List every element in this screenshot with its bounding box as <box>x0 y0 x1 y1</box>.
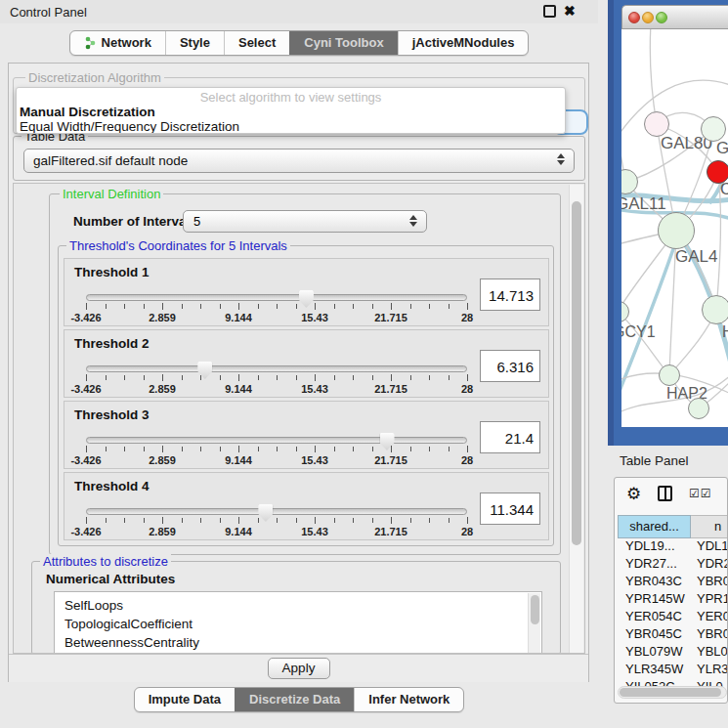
settings-scroll-panel: Interval Definition Number of Intervals … <box>13 183 585 654</box>
network-node-gal4[interactable] <box>658 212 695 249</box>
cell-name: YBR0 <box>691 574 728 591</box>
panel-scrollbar-thumb[interactable] <box>572 201 581 545</box>
tick-mark <box>334 304 335 309</box>
network-node[interactable] <box>688 398 709 419</box>
network-node-label: GAL11 <box>621 194 666 214</box>
threshold-slider: -3.4262.8599.14415.4321.71528 <box>86 294 467 323</box>
cell-name: YBR0 <box>691 626 728 644</box>
minimize-traffic-light-icon[interactable] <box>642 12 654 23</box>
tab-label: jActiveMNodules <box>412 31 515 55</box>
tick-label: 9.144 <box>225 383 252 395</box>
threshold-value-field[interactable]: 21.4 <box>480 421 540 453</box>
tab-select[interactable]: Select <box>224 31 289 55</box>
threshold-label: Threshold 2 <box>74 336 150 351</box>
tick-mark <box>410 375 411 380</box>
cell-shared-name: YPR145W <box>618 591 691 609</box>
panel-scrollbar[interactable] <box>569 185 583 654</box>
close-traffic-light-icon[interactable] <box>628 12 640 23</box>
tick-mark <box>144 304 145 309</box>
algorithm-option[interactable]: Equal Width/Frequency Discretization <box>17 119 565 134</box>
bottom-tab-infer-network[interactable]: Infer Network <box>354 688 463 711</box>
attributes-group: Attributes to discretize Numerical Attri… <box>31 561 561 654</box>
tick-mark <box>315 517 316 524</box>
tick-mark <box>200 304 201 309</box>
algorithm-dropdown-prompt: Select algorithm to view settings <box>17 90 565 105</box>
tick-mark <box>220 447 221 451</box>
slider-track[interactable] <box>86 437 467 444</box>
algorithm-option[interactable]: Manual Discretization <box>17 105 565 119</box>
table-row[interactable]: YBR045CYBR0 <box>618 626 728 644</box>
slider-ticks <box>86 303 467 311</box>
tick-mark <box>296 518 297 523</box>
tab-cyni-toolbox[interactable]: Cyni Toolbox <box>289 31 397 55</box>
network-node-hap2[interactable] <box>659 364 680 386</box>
float-window-icon[interactable] <box>543 5 556 18</box>
bottom-tab-discretize-data[interactable]: Discretize Data <box>235 688 354 711</box>
bottom-tab-impute-data[interactable]: Impute Data <box>135 688 235 711</box>
tick-label: 28 <box>461 526 473 537</box>
tick-mark <box>238 374 239 381</box>
threshold-value-field[interactable]: 11.344 <box>480 492 540 525</box>
tab-style[interactable]: Style <box>165 31 224 55</box>
select-columns-checkboxes-icon[interactable]: ☑☑ <box>689 487 712 500</box>
attribute-item[interactable]: SelfLoops <box>64 596 541 615</box>
table-row[interactable]: YBR043CYBR0 <box>618 574 728 591</box>
cell-shared-name: YBL079W <box>618 644 691 662</box>
apply-button[interactable]: Apply <box>268 658 330 679</box>
attribute-item[interactable]: TopologicalCoefficient <box>64 615 541 633</box>
tick-mark <box>429 304 430 309</box>
network-node-label: C <box>720 180 728 199</box>
numerical-attributes-list[interactable]: SelfLoopsTopologicalCoefficientBetweenne… <box>54 591 542 654</box>
tick-mark <box>467 374 468 381</box>
tick-mark <box>449 447 450 451</box>
columns-icon[interactable] <box>658 486 672 501</box>
table-row[interactable]: YPR145WYPR1 <box>618 591 728 609</box>
column-header-name[interactable]: n <box>691 515 728 538</box>
table-hscrollbar-thumb[interactable] <box>620 688 721 697</box>
table-row[interactable]: YDL19...YDL1 <box>618 538 728 556</box>
tick-mark <box>162 517 163 524</box>
close-icon[interactable]: ✖ <box>564 3 576 19</box>
tick-label: 2.859 <box>149 454 176 466</box>
tick-mark <box>106 518 107 523</box>
table-row[interactable]: YER054CYER0 <box>618 609 728 626</box>
gear-icon[interactable]: ⚙ <box>626 484 641 504</box>
tick-mark <box>391 517 392 524</box>
table-row[interactable]: YBL079WYBL0 <box>618 644 728 662</box>
threshold-value-field[interactable]: 6.316 <box>480 350 540 382</box>
bottom-tab-label: Infer Network <box>368 688 450 711</box>
tick-mark <box>220 304 221 309</box>
table-data-combobox[interactable]: galFiltered.sif default node <box>23 149 575 173</box>
tab-label: Style <box>180 31 210 55</box>
tick-label: 21.715 <box>374 312 407 323</box>
network-canvas[interactable]: GAL80GACGAL11GAL4GCY1HHAP2 <box>621 29 728 427</box>
list-scrollbar[interactable] <box>528 593 540 654</box>
tab-jactivemnodules[interactable]: jActiveMNodules <box>398 31 529 55</box>
tick-mark <box>277 375 278 380</box>
table-row[interactable]: YDR27...YDR2 <box>618 556 728 574</box>
slider-track[interactable] <box>86 508 467 515</box>
tick-mark <box>238 517 239 524</box>
attribute-item[interactable]: BetweennessCentrality <box>64 633 541 652</box>
list-scrollbar-thumb[interactable] <box>531 595 539 624</box>
network-node-h[interactable] <box>702 295 728 324</box>
tick-mark <box>315 446 316 452</box>
table-row[interactable]: YLR345WYLR3 <box>618 662 728 679</box>
slider-track[interactable] <box>86 365 467 372</box>
tick-mark <box>372 375 373 380</box>
number-of-intervals-combobox[interactable]: 5 <box>183 210 427 233</box>
tick-mark <box>296 447 297 451</box>
threshold-value-field[interactable]: 14.713 <box>480 278 540 311</box>
slider-track[interactable] <box>86 294 467 301</box>
table-hscrollbar[interactable] <box>618 686 727 699</box>
threshold-slider: -3.4262.8599.14415.4321.71528 <box>86 437 467 466</box>
tick-mark <box>258 447 259 451</box>
column-header-shared-name[interactable]: shared... <box>618 515 691 538</box>
tab-network[interactable]: Network <box>70 31 165 55</box>
threshold-label: Threshold 3 <box>74 407 150 422</box>
zoom-traffic-light-icon[interactable] <box>656 12 667 23</box>
table-rows: YDL19...YDL1YDR27...YDR2YBR043CYBR0YPR14… <box>618 538 728 687</box>
network-icon <box>84 36 97 50</box>
tick-mark <box>182 375 183 380</box>
tick-label: 15.43 <box>301 454 328 466</box>
